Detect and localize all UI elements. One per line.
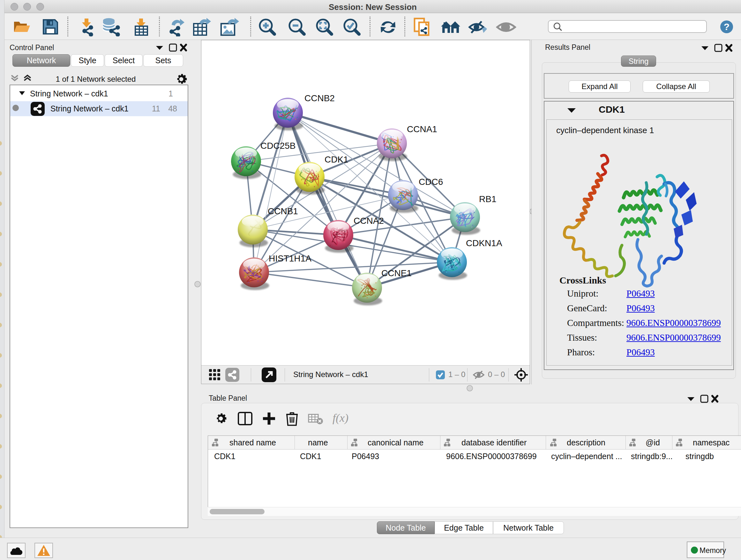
svg-text:CDK1: CDK1	[325, 154, 348, 165]
svg-text:CDC6: CDC6	[419, 177, 443, 187]
svg-text:CCNB2: CCNB2	[305, 93, 335, 103]
svg-text:CCNA2: CCNA2	[354, 216, 384, 226]
svg-text:?: ?	[724, 21, 730, 32]
svg-text:CCNB1: CCNB1	[268, 206, 298, 216]
svg-text:HIST1H1A: HIST1H1A	[269, 253, 312, 263]
svg-text:RB1: RB1	[479, 194, 496, 204]
svg-text:CDC25B: CDC25B	[260, 141, 295, 151]
svg-text:CCNE1: CCNE1	[381, 268, 412, 278]
svg-text:CCNA1: CCNA1	[407, 124, 437, 134]
svg-text:CDKN1A: CDKN1A	[466, 238, 502, 248]
